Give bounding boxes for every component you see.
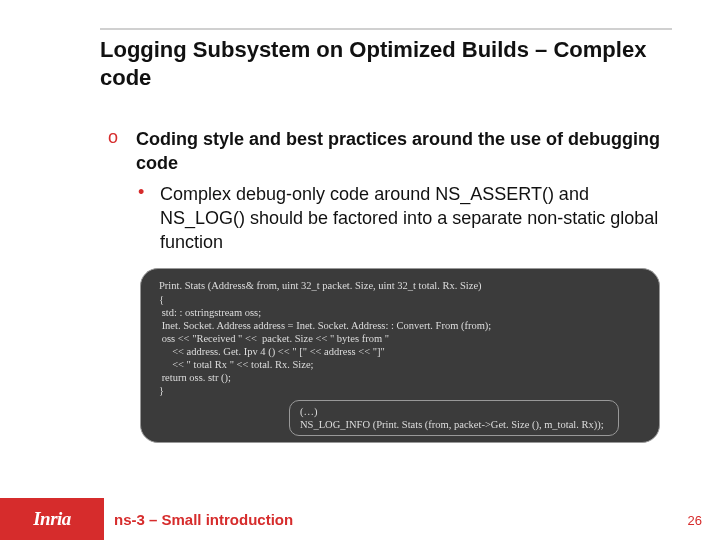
- code-line: Inet. Socket. Address address = Inet. So…: [159, 319, 653, 332]
- footer: Inria ns-3 – Small introduction: [0, 498, 720, 540]
- code-line: << " total Rx " << total. Rx. Size;: [159, 358, 653, 371]
- list-item-o: Coding style and best practices around t…: [108, 127, 672, 176]
- logo-text: Inria: [33, 508, 71, 530]
- code-line: return oss. str ();: [159, 371, 653, 384]
- code-line: NS_LOG_INFO (Print. Stats (from, packet-…: [300, 418, 608, 431]
- list-item-bullet: Complex debug-only code around NS_ASSERT…: [108, 182, 672, 255]
- code-block-main: Print. Stats (Address& from, uint 32_t p…: [140, 268, 660, 442]
- list-item-bullet-text: Complex debug-only code around NS_ASSERT…: [160, 182, 672, 255]
- page-number: 26: [688, 513, 702, 528]
- code-line: Print. Stats (Address& from, uint 32_t p…: [159, 279, 653, 292]
- code-line: }: [159, 384, 653, 397]
- footer-title: ns-3 – Small introduction: [114, 511, 293, 528]
- bullet-list: Coding style and best practices around t…: [108, 127, 672, 254]
- logo: Inria: [0, 498, 104, 540]
- code-line: std: : ostringstream oss;: [159, 306, 653, 319]
- code-block-small: (…) NS_LOG_INFO (Print. Stats (from, pac…: [289, 400, 619, 436]
- code-line: oss << "Received " << packet. Size << " …: [159, 332, 653, 345]
- code-line: {: [159, 293, 653, 306]
- slide-title: Logging Subsystem on Optimized Builds – …: [100, 28, 672, 91]
- list-item-o-text: Coding style and best practices around t…: [136, 127, 672, 176]
- code-line: << address. Get. Ipv 4 () << " [" << add…: [159, 345, 653, 358]
- code-line: (…): [300, 405, 608, 418]
